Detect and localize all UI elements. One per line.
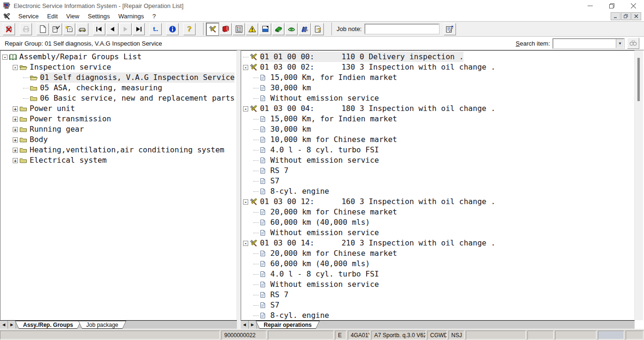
assembly-tree-row[interactable]: +Heating,ventilation,air conditioning sy…: [0, 145, 236, 155]
assembly-tree-row[interactable]: +Power unit: [0, 103, 236, 114]
tab-scroll-right-icon[interactable]: ▶: [8, 321, 16, 329]
tab-scroll-left-icon[interactable]: ◀: [241, 321, 249, 329]
tab-scroll-left-icon[interactable]: ◀: [0, 321, 8, 329]
window-minimize-button[interactable]: [579, 0, 601, 11]
repair-operation-row[interactable]: -01 03 00 02: 130 3 Inspection with oil …: [241, 62, 634, 72]
expander-minus-icon[interactable]: -: [243, 241, 248, 246]
child-system-menu-icon[interactable]: [3, 13, 11, 20]
tab-scroll-right-icon[interactable]: ▶: [249, 321, 257, 329]
expander-minus-icon[interactable]: -: [243, 106, 248, 111]
next-record-button[interactable]: [119, 23, 132, 35]
window-restore-button[interactable]: [601, 0, 622, 11]
expander-plus-icon[interactable]: +: [13, 127, 18, 132]
chevron-down-icon[interactable]: ▼: [616, 39, 624, 48]
assembly-tree-row[interactable]: +Electrical system: [0, 155, 236, 166]
search-item-combobox[interactable]: ▼: [553, 39, 624, 48]
repair-operation-row[interactable]: 20,000 km for Chinese market: [241, 248, 634, 259]
expander-minus-icon[interactable]: -: [243, 65, 248, 70]
tab-job-package[interactable]: Job package: [78, 321, 126, 329]
first-record-button[interactable]: [93, 23, 105, 35]
repair-operations-list[interactable]: 01 01 00 00: 110 0 Delivery inspection .…: [241, 50, 635, 320]
repair-operation-row[interactable]: 30,000 km: [241, 124, 634, 134]
repair-operation-row[interactable]: -01 03 00 14: 210 3 Inspection with oil …: [241, 238, 634, 248]
assembly-tree-row[interactable]: -Inspection service: [0, 62, 236, 72]
child-restore-button[interactable]: [621, 12, 631, 20]
repair-operation-row[interactable]: Without emission service: [241, 155, 634, 166]
expander-plus-icon[interactable]: +: [13, 117, 18, 122]
repair-operation-row[interactable]: Without emission service: [241, 93, 634, 103]
vehicle-data-button[interactable]: [285, 23, 298, 35]
repair-operation-row[interactable]: 10,000 km for Chinese market: [241, 134, 634, 145]
window-close-button[interactable]: [622, 0, 644, 11]
assembly-tree-row[interactable]: +Running gear: [0, 124, 236, 134]
child-close-button[interactable]: [631, 12, 641, 20]
expander-minus-icon[interactable]: -: [243, 199, 248, 205]
previous-record-button[interactable]: [106, 23, 118, 35]
menu-item-warnings[interactable]: Warnings: [114, 12, 148, 21]
document-check-button[interactable]: [50, 23, 62, 35]
assembly-tree-row[interactable]: +Body: [0, 134, 236, 145]
job-note-edit-button[interactable]: [444, 23, 456, 35]
assembly-tree-row[interactable]: 05 ASA, checking, measuring: [0, 83, 236, 93]
expander-plus-icon[interactable]: +: [13, 148, 18, 153]
new-job-button[interactable]: [63, 23, 75, 35]
vehicle-button[interactable]: [76, 23, 88, 35]
time-units-button[interactable]: t..: [149, 23, 162, 35]
print-button[interactable]: [20, 23, 32, 35]
assembly-groups-tree[interactable]: -Assembly/Repair Groups List-Inspection …: [0, 50, 237, 320]
repair-operation-row[interactable]: 8-cyl. engine: [241, 186, 634, 197]
menu-item-view[interactable]: View: [62, 12, 84, 21]
repair-operation-row[interactable]: 4.0 l - 8 cyl. turbo FSI: [241, 145, 634, 155]
expander-minus-icon[interactable]: -: [2, 55, 8, 60]
menu-item-service[interactable]: Service: [14, 12, 43, 21]
vertical-scrollbar[interactable]: [635, 50, 643, 329]
workshop-manual-button[interactable]: [220, 23, 232, 35]
repair-operation-row[interactable]: -01 03 00 12: 160 3 Inspection with oil …: [241, 197, 634, 207]
menu-item-settings[interactable]: Settings: [84, 12, 114, 21]
warnings-button[interactable]: [246, 23, 258, 35]
repair-operation-row[interactable]: 01 01 00 00: 110 0 Delivery inspection .: [241, 52, 634, 62]
repair-operation-row[interactable]: Without emission service: [241, 228, 634, 238]
repair-operation-row[interactable]: 30,000 km: [241, 83, 634, 93]
child-minimize-button[interactable]: [611, 12, 620, 20]
maintenance-list-button[interactable]: [233, 23, 245, 35]
expander-plus-icon[interactable]: +: [13, 106, 18, 111]
repair-operations-button[interactable]: [206, 23, 219, 35]
tab-assy-rep-groups[interactable]: Assy./Rep. Groups: [15, 321, 81, 329]
wiring-diagrams-button[interactable]: [298, 23, 311, 35]
new-document-button[interactable]: [37, 23, 49, 35]
paint-info-button[interactable]: [259, 23, 271, 35]
job-note-input[interactable]: [365, 24, 439, 34]
assembly-tree-row[interactable]: 06 Basic service, new and replacement pa…: [0, 93, 236, 103]
repair-operation-row[interactable]: 15,000 Km, for Indien market: [241, 72, 634, 83]
assembly-tree-row[interactable]: +Power transmission: [0, 114, 236, 124]
repair-operation-row[interactable]: 60,000 km (40,000 mls): [241, 259, 634, 269]
menu-item-[interactable]: ?: [148, 12, 160, 21]
repair-operation-row[interactable]: S7: [241, 300, 634, 310]
tab-repair-operations[interactable]: Repair operations: [256, 321, 320, 329]
repair-operation-row[interactable]: -01 03 00 04: 180 3 Inspection with oil …: [241, 103, 634, 114]
service-binder-button[interactable]: [272, 23, 284, 35]
help-button[interactable]: ?: [183, 23, 196, 35]
repair-operation-row[interactable]: S7: [241, 176, 634, 186]
repair-operation-row[interactable]: Without emission service: [241, 279, 634, 290]
repair-operation-row[interactable]: RS 7: [241, 290, 634, 300]
repair-operation-row[interactable]: 20,000 km for Chinese market: [241, 207, 634, 217]
repair-operation-row[interactable]: 4.0 l - 8 cyl. turbo FSI: [241, 269, 634, 279]
assembly-tree-row[interactable]: -Assembly/Repair Groups List: [0, 52, 236, 62]
search-button[interactable]: [627, 38, 639, 49]
menu-item-edit[interactable]: Edit: [43, 12, 62, 21]
last-record-button[interactable]: [133, 23, 145, 35]
expander-plus-icon[interactable]: +: [13, 137, 18, 142]
scrollbar-track[interactable]: [635, 50, 643, 320]
scrollbar-thumb[interactable]: [637, 58, 640, 101]
document-help-button[interactable]: ?: [312, 23, 324, 35]
repair-operation-row[interactable]: 8-cyl. engine: [241, 310, 634, 320]
panel-splitter[interactable]: [237, 50, 241, 329]
repair-operation-row[interactable]: RS 7: [241, 166, 634, 176]
assembly-tree-row[interactable]: 01 Self diagnosis, V.A.G Inspection Serv…: [0, 72, 236, 83]
info-button[interactable]: [166, 23, 179, 35]
expander-plus-icon[interactable]: +: [13, 158, 18, 163]
expander-minus-icon[interactable]: -: [13, 65, 18, 70]
repair-operation-row[interactable]: 60,000 km (40,000 mls): [241, 217, 634, 228]
